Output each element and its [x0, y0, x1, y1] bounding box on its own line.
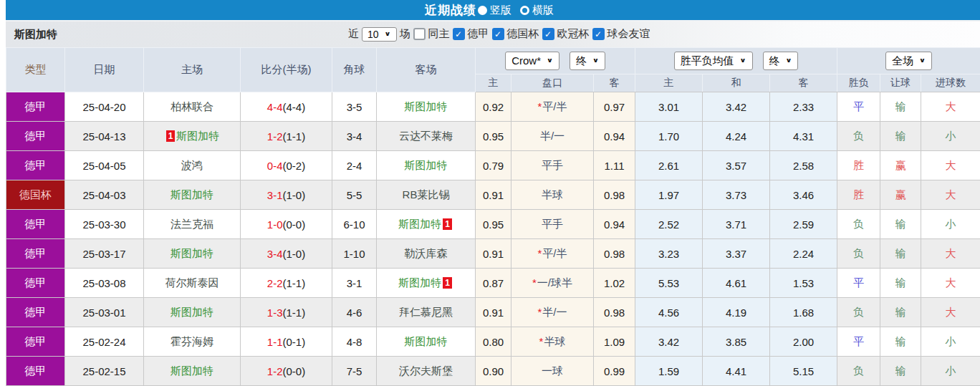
team-name[interactable]: 斯图加特: [170, 306, 213, 318]
recent-count-select[interactable]: 10 ∨: [362, 27, 397, 42]
final-select-2[interactable]: 终 ∨: [763, 52, 799, 70]
league-checkbox-4[interactable]: ✓: [592, 28, 605, 40]
avg-win-odds: 5.53: [635, 269, 703, 298]
vertical-layout-label[interactable]: 竖版: [490, 4, 511, 17]
away-team-cell: 勒沃库森: [377, 239, 476, 269]
away-team-cell: 斯图加特1: [377, 210, 476, 239]
date-cell: 25-03-30: [65, 210, 144, 239]
league-label-1: 德甲: [468, 27, 489, 41]
same-home-label: 同主: [428, 27, 450, 41]
avg-draw-odds: 3.37: [703, 239, 770, 269]
final-select-1-value: 终: [576, 54, 587, 67]
team-name[interactable]: 斯图加特: [398, 276, 441, 289]
result-handicap: 输: [880, 269, 921, 298]
league-cell: 德甲: [6, 122, 65, 151]
avg-win-odds: 4.56: [635, 298, 703, 327]
handicap-cell: *平/半: [511, 92, 594, 122]
team-name[interactable]: 勒沃库森: [405, 247, 448, 259]
result-outcome: 胜: [837, 180, 880, 210]
team-name[interactable]: 斯图加特: [170, 247, 213, 259]
home-team-cell: 斯图加特: [144, 180, 241, 210]
team-name[interactable]: 斯图加特: [398, 218, 441, 230]
home-team-cell: 斯图加特: [144, 357, 241, 386]
recent-count-value: 10: [368, 29, 379, 41]
scope-select[interactable]: 全场 ∨: [885, 52, 932, 70]
league-cell: 德甲: [6, 92, 65, 122]
result-group-header: 全场 ∨: [837, 48, 980, 74]
odds-source-value: Crow*: [511, 54, 541, 67]
league-checkbox-1[interactable]: ✓: [453, 28, 465, 40]
horizontal-layout-label[interactable]: 横版: [532, 4, 554, 17]
team-name[interactable]: 云达不莱梅: [399, 130, 453, 142]
chevron-down-icon: ∨: [786, 57, 792, 65]
avg-select[interactable]: 胜平负均值 ∨: [674, 52, 753, 70]
avg-select-value: 胜平负均值: [681, 54, 734, 67]
away-team-cell: 斯图加特: [377, 151, 476, 180]
table-row: 德甲 25-03-01 斯图加特 1-3(1-1) 4-6 拜仁慕尼黑 0.91…: [6, 298, 980, 327]
league-cell: 德甲: [6, 357, 65, 386]
handicap-cell: 平手: [511, 151, 594, 180]
result-goals: 大: [921, 92, 980, 122]
result-outcome: 负: [837, 298, 880, 327]
team-name[interactable]: 斯图加特: [405, 159, 448, 171]
team-name[interactable]: 霍芬海姆: [170, 335, 213, 347]
avg-lose-odds: 2.58: [770, 151, 837, 180]
final-select-1[interactable]: 终 ∨: [570, 52, 605, 70]
away-team-cell: 云达不莱梅: [377, 122, 476, 151]
sub-header-avg-lose: 客: [770, 74, 837, 92]
table-row: 德甲 25-04-05 波鸿 0-4(0-2) 2-4 斯图加特 0.79 平手…: [6, 151, 980, 180]
crown-home-odds: 0.90: [476, 357, 511, 386]
corner-cell: 3-1: [332, 269, 377, 298]
league-cell: 德甲: [6, 298, 65, 327]
result-outcome: 负: [837, 210, 880, 239]
avg-lose-odds: 2.24: [770, 239, 837, 269]
odds-source-select[interactable]: Crow* ∨: [505, 52, 559, 70]
near-label: 近: [348, 27, 359, 41]
score-cell: 1-0(0-0): [241, 210, 332, 239]
score-cell: 1-2(1-1): [241, 122, 332, 151]
score-cell: 1-2(0-0): [241, 357, 332, 386]
avg-draw-odds: 4.24: [703, 122, 770, 151]
col-header-corner: 角球: [332, 48, 377, 92]
team-name[interactable]: 沃尔夫斯堡: [399, 365, 453, 377]
crown-away-odds: 0.94: [594, 210, 635, 239]
team-name[interactable]: 斯图加特: [170, 188, 213, 201]
league-checkbox-2[interactable]: ✓: [492, 28, 504, 40]
star-icon: *: [532, 276, 537, 289]
score-cell: 0-4(0-2): [241, 151, 332, 180]
horizontal-layout-radio[interactable]: [520, 6, 529, 15]
avg-draw-odds: 4.61: [703, 269, 770, 298]
team-name[interactable]: 柏林联合: [170, 100, 213, 112]
avg-draw-odds: 3.57: [703, 151, 770, 180]
team-name[interactable]: RB莱比锡: [403, 188, 450, 201]
team-name[interactable]: 斯图加特: [170, 365, 213, 377]
sub-header-outcome: 胜负: [837, 74, 880, 92]
avg-draw-odds: 3.42: [703, 92, 770, 122]
crown-away-odds: 0.97: [594, 92, 635, 122]
result-handicap: 赢: [880, 180, 921, 210]
team-name[interactable]: 荷尔斯泰因: [165, 276, 219, 289]
score-cell: 3-1(1-0): [241, 180, 332, 210]
avg-lose-odds: 5.15: [770, 357, 837, 386]
handicap-cell: 一球: [511, 357, 594, 386]
corner-cell: 1-10: [332, 239, 377, 269]
corner-cell: 3-5: [332, 92, 377, 122]
team-name[interactable]: 波鸿: [181, 159, 203, 171]
vertical-layout-radio[interactable]: [478, 6, 487, 15]
team-name[interactable]: 法兰克福: [170, 218, 213, 230]
sub-header-goals: 进球数: [921, 74, 980, 92]
league-checkbox-3[interactable]: ✓: [542, 28, 554, 40]
league-cell: 德甲: [6, 327, 65, 357]
team-name[interactable]: 拜仁慕尼黑: [399, 306, 453, 318]
section-title-bar: 近期战绩 竖版 横版: [6, 0, 980, 20]
team-name[interactable]: 斯图加特: [405, 335, 448, 347]
team-name[interactable]: 斯图加特: [176, 130, 219, 142]
table-row: 德甲 25-02-24 霍芬海姆 1-1(0-1) 4-8 斯图加特 0.80 …: [6, 327, 980, 357]
away-team-cell: 斯图加特1: [377, 269, 476, 298]
chevron-down-icon: ∨: [547, 57, 553, 65]
away-team-cell: 斯图加特: [377, 92, 476, 122]
team-title: 斯图加特: [6, 28, 57, 42]
same-home-checkbox[interactable]: [413, 28, 426, 40]
crown-away-odds: 1.09: [594, 327, 635, 357]
team-name[interactable]: 斯图加特: [405, 100, 448, 112]
